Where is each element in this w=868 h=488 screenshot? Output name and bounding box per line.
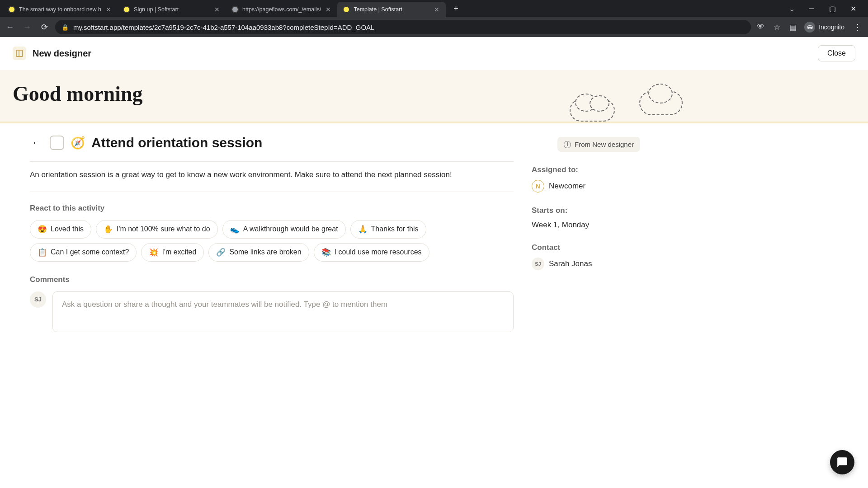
- spark-icon: 💥: [149, 248, 158, 257]
- browser-tab[interactable]: Sign up | Softstart ✕: [118, 2, 226, 17]
- from-label: From New designer: [575, 141, 634, 148]
- tab-title: Template | Softstart: [354, 6, 429, 13]
- chat-fab-button[interactable]: [830, 450, 854, 474]
- incognito-label: Incognito: [819, 23, 844, 31]
- browser-tab[interactable]: https://pageflows.com/_/emails/ ✕: [226, 2, 337, 17]
- contact-row[interactable]: SJ Sarah Jonas: [532, 258, 640, 270]
- reaction-loved-this[interactable]: 😍Loved this: [30, 220, 91, 239]
- eye-off-icon[interactable]: 👁: [755, 22, 765, 32]
- assignee-name: Newcomer: [549, 182, 585, 191]
- close-icon[interactable]: ✕: [325, 6, 332, 13]
- reaction-thanks[interactable]: 🙏Thanks for this: [350, 220, 426, 239]
- page-title: New designer: [33, 48, 91, 59]
- app-header: New designer Close: [0, 37, 868, 70]
- assignee-avatar: N: [532, 180, 544, 192]
- reaction-more-resources[interactable]: 📚I could use more resources: [314, 243, 429, 262]
- books-icon: 📚: [321, 248, 331, 257]
- assignee-row[interactable]: N Newcomer: [532, 180, 640, 192]
- lock-icon: 🔒: [61, 24, 69, 31]
- contact-label: Contact: [532, 243, 640, 252]
- tab-title: https://pageflows.com/_/emails/: [242, 6, 321, 13]
- comments-label: Comments: [30, 275, 514, 284]
- reaction-walkthrough[interactable]: 👟A walkthrough would be great: [222, 220, 346, 239]
- task-title: Attend orientation session: [91, 135, 262, 150]
- url-input[interactable]: 🔒 my.softstart.app/templates/2c7a9519-2c…: [55, 20, 751, 34]
- reaction-context[interactable]: 📋Can I get some context?: [30, 243, 137, 262]
- reactions-list: 😍Loved this ✋I'm not 100% sure what to d…: [30, 220, 514, 262]
- browser-tab[interactable]: The smart way to onboard new h ✕: [3, 2, 118, 17]
- hand-icon: ✋: [104, 225, 113, 234]
- tab-title: The smart way to onboard new h: [19, 6, 101, 13]
- pray-icon: 🙏: [358, 225, 368, 234]
- heart-eyes-icon: 😍: [38, 225, 47, 234]
- tab-title: Sign up | Softstart: [134, 6, 210, 13]
- favicon-icon: [343, 6, 350, 13]
- minimize-button[interactable]: ─: [804, 2, 819, 15]
- window-close-button[interactable]: ✕: [845, 2, 861, 15]
- greeting-text: Good morning: [13, 82, 855, 106]
- task-checkbox[interactable]: [50, 136, 64, 150]
- cloud-decoration: [570, 99, 615, 122]
- comment-input[interactable]: Ask a question or share a thought and yo…: [52, 291, 514, 332]
- back-arrow-icon[interactable]: ←: [30, 135, 43, 150]
- starts-label: Starts on:: [532, 206, 640, 215]
- compass-icon: 🧭: [71, 136, 85, 150]
- new-tab-button[interactable]: +: [449, 2, 462, 15]
- browser-tab-active[interactable]: Template | Softstart ✕: [337, 2, 446, 17]
- back-button[interactable]: ←: [4, 21, 16, 33]
- address-bar: ← → ⟳ 🔒 my.softstart.app/templates/2c7a9…: [0, 17, 868, 37]
- hero-banner: Good morning: [0, 70, 868, 123]
- maximize-button[interactable]: ▢: [825, 2, 840, 15]
- reaction-excited[interactable]: 💥I'm excited: [141, 243, 204, 262]
- shoe-icon: 👟: [230, 225, 240, 234]
- contact-name: Sarah Jonas: [549, 259, 592, 268]
- close-icon[interactable]: ✕: [213, 6, 221, 13]
- reaction-broken-links[interactable]: 🔗Some links are broken: [208, 243, 309, 262]
- browser-menu-button[interactable]: ⋮: [851, 22, 864, 32]
- favicon-icon: [8, 6, 15, 13]
- task-description: An orientation session is a great way to…: [30, 161, 514, 192]
- reactions-label: React to this activity: [30, 204, 514, 213]
- template-icon: [13, 47, 26, 60]
- cloud-decoration: [639, 91, 683, 115]
- tab-search-icon[interactable]: ⌄: [789, 5, 795, 13]
- task-card: ← 🧭 Attend orientation session An orient…: [13, 123, 855, 344]
- info-icon: i: [564, 141, 571, 148]
- favicon-icon: [231, 6, 239, 13]
- incognito-icon: 🕶: [804, 22, 815, 33]
- incognito-badge: 🕶 Incognito: [804, 22, 844, 33]
- close-icon[interactable]: ✕: [105, 6, 112, 13]
- favicon-icon: [123, 6, 130, 13]
- browser-tab-strip: The smart way to onboard new h ✕ Sign up…: [0, 0, 868, 17]
- reload-button[interactable]: ⟳: [38, 21, 51, 33]
- reaction-not-sure[interactable]: ✋I'm not 100% sure what to do: [96, 220, 218, 239]
- link-icon: 🔗: [216, 248, 226, 257]
- starts-value: Week 1, Monday: [532, 221, 640, 230]
- panel-icon[interactable]: ▤: [788, 22, 798, 32]
- close-button[interactable]: Close: [818, 45, 855, 61]
- forward-button[interactable]: →: [21, 21, 33, 33]
- from-badge: i From New designer: [557, 137, 640, 152]
- contact-avatar: SJ: [532, 258, 544, 270]
- user-avatar: SJ: [30, 291, 46, 308]
- chat-icon: [836, 456, 848, 468]
- assigned-label: Assigned to:: [532, 165, 640, 174]
- close-icon[interactable]: ✕: [433, 6, 440, 13]
- url-text: my.softstart.app/templates/2c7a9519-2c7c…: [73, 23, 374, 31]
- clipboard-icon: 📋: [38, 248, 47, 257]
- bookmark-icon[interactable]: ☆: [772, 22, 782, 32]
